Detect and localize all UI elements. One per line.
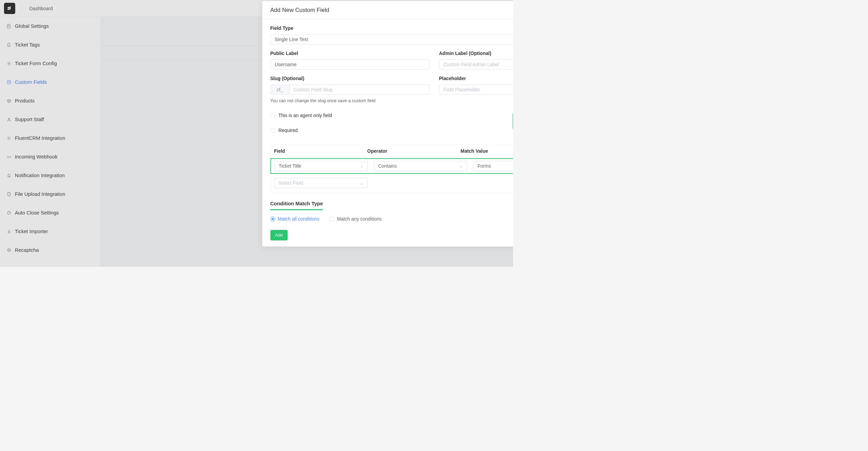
conditions-header-operator: Operator xyxy=(367,148,460,154)
chevron-down-icon: ⌄ xyxy=(459,163,463,169)
match-all-radio[interactable]: Match all conditions xyxy=(270,216,319,222)
radio-icon xyxy=(270,217,275,221)
conditions-table: Field Operator Match Value Ticket Title … xyxy=(270,144,513,192)
match-all-label: Match all conditions xyxy=(278,216,319,222)
add-button[interactable]: Add xyxy=(270,230,288,240)
slug-label: Slug (Optional) xyxy=(270,76,430,81)
field-type-value: Single Line Text xyxy=(275,37,308,42)
field-type-select[interactable]: Single Line Text ⌄ xyxy=(270,34,513,44)
slug-prefix: cf_ xyxy=(270,84,289,95)
admin-label-label: Admin Label (Optional) xyxy=(439,51,513,56)
add-custom-field-modal: Add New Custom Field × Field Type Single… xyxy=(262,1,513,246)
required-label: Required xyxy=(278,128,298,133)
public-label-input[interactable] xyxy=(270,59,430,70)
condition-field-select[interactable]: Select Field ⌄ xyxy=(274,178,367,188)
chevron-down-icon: ⌄ xyxy=(360,163,364,169)
condition-field-value: Ticket Title xyxy=(279,163,301,169)
slug-input[interactable] xyxy=(289,84,430,95)
slug-help-text: You can not change the slug once save a … xyxy=(270,98,513,103)
modal-title: Add New Custom Field xyxy=(270,7,329,14)
admin-label-input[interactable] xyxy=(439,59,513,70)
match-any-label: Match any conditions xyxy=(337,216,382,222)
condition-match-type-heading: Condition Match Type xyxy=(270,201,323,210)
match-any-radio[interactable]: Match any conditions xyxy=(330,216,382,222)
chevron-down-icon: ⌄ xyxy=(359,180,363,186)
condition-field-select[interactable]: Ticket Title ⌄ xyxy=(274,161,368,171)
condition-row: Select Field ⌄ xyxy=(271,174,513,192)
placeholder-label: Placeholder xyxy=(439,76,513,81)
field-type-label: Field Type xyxy=(270,25,513,31)
agent-only-checkbox[interactable] xyxy=(270,113,275,118)
public-label-label: Public Label xyxy=(270,51,430,56)
required-checkbox[interactable] xyxy=(270,128,275,133)
conditions-header-field: Field xyxy=(274,148,367,154)
placeholder-input[interactable] xyxy=(439,84,513,95)
enable-conditional-annotation: Enable Conditional Logics xyxy=(513,113,513,129)
modal-overlay: Add New Custom Field × Field Type Single… xyxy=(0,0,513,266)
condition-field-placeholder: Select Field xyxy=(278,180,303,186)
condition-value-input[interactable] xyxy=(473,161,513,171)
conditions-header-value: Match Value xyxy=(460,148,513,154)
condition-operator-select[interactable]: Contains ⌄ xyxy=(374,161,467,171)
condition-row: Ticket Title ⌄ Contains ⌄ xyxy=(270,158,513,174)
agent-only-label: This is an agent only field xyxy=(278,113,332,118)
condition-operator-value: Contains xyxy=(378,163,397,169)
radio-icon xyxy=(330,217,334,221)
